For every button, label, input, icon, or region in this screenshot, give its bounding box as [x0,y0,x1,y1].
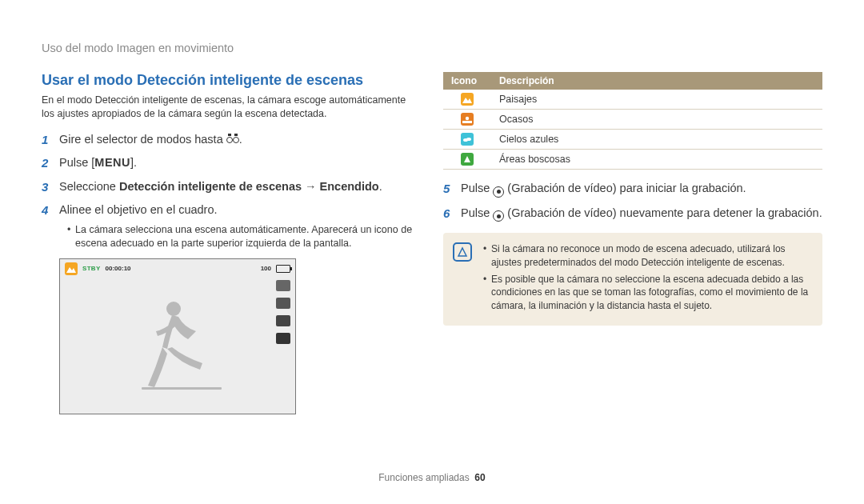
scene-label: Cielos azules [491,130,822,150]
page-footer: Funciones ampliadas 60 [0,472,864,483]
hud-icon-2 [276,298,290,309]
note-2: Es posible que la cámara no seleccione l… [483,273,811,313]
table-row: Cielos azules [443,130,822,150]
page-number: 60 [474,472,485,483]
counter: 100 [261,265,271,272]
note-icon [453,242,472,262]
svg-point-1 [166,302,181,316]
skater-silhouette [124,291,236,403]
scene-table: Icono Descripción PaisajesOcasosCielos a… [443,72,822,170]
camera-preview: STBY 00:00:10 100 [59,258,296,414]
stby-label: STBY [82,265,101,272]
step-1-text: Gire el selector de modos hasta [59,133,226,146]
scene-label: Áreas boscosas [491,150,822,170]
scene-icon [461,113,474,126]
table-row: Ocasos [443,110,822,130]
svg-marker-3 [462,98,472,103]
mode-dial-icon [226,134,239,145]
timecode: 00:00:10 [106,265,131,272]
th-icon: Icono [443,72,491,90]
record-button-icon [493,186,504,198]
footer-section: Funciones ampliadas [378,472,469,483]
svg-rect-2 [142,387,222,390]
breadcrumb: Uso del modo Imagen en movimiento [42,42,234,54]
hud-icon-1 [276,280,290,291]
table-row: Paisajes [443,90,822,110]
svg-marker-8 [464,156,470,162]
note-1: Si la cámara no reconoce un modo de esce… [483,242,811,270]
step-1: 1 Gire el selector de modos hasta . [42,132,421,148]
scene-icon-landscape [65,262,78,275]
record-button-icon [493,210,504,222]
svg-point-7 [466,138,471,141]
svg-point-4 [466,117,469,120]
intro-text: En el modo Detección inteligente de esce… [42,94,421,121]
svg-rect-5 [462,121,472,123]
left-column: Usar el modo Detección inteligente de es… [42,72,421,414]
right-column: Icono Descripción PaisajesOcasosCielos a… [443,72,822,414]
step-2: 2 Pulse [MENU]. [42,155,421,171]
hud-icon-3 [276,315,290,326]
step-4-note: La cámara selecciona una escena automáti… [67,223,421,250]
step-5: 5 Pulse (Grabación de vídeo) para inicia… [443,181,822,198]
scene-label: Ocasos [491,110,822,130]
section-title: Usar el modo Detección inteligente de es… [42,72,421,89]
menu-button-label: MENU [94,156,130,169]
scene-icon [461,133,474,146]
svg-marker-0 [66,267,76,273]
step-3: 3 Seleccione Detección inteligente de es… [42,179,421,195]
step-6: 6 Pulse (Grabación de vídeo) nuevamente … [443,206,822,222]
note-box: Si la cámara no reconoce un modo de esce… [443,233,822,326]
scene-label: Paisajes [491,90,822,110]
table-row: Áreas boscosas [443,150,822,170]
scene-icon [461,93,474,106]
step-4: 4 Alinee el objetivo en el cuadro. La cá… [42,202,421,250]
hud-icon-4 [276,333,290,344]
th-desc: Descripción [491,72,822,90]
scene-icon [461,153,474,166]
battery-icon [276,265,290,273]
